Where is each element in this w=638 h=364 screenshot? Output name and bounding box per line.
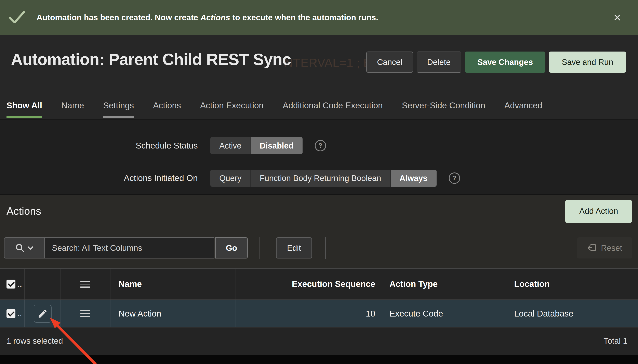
- tab-show-all[interactable]: Show All: [7, 91, 42, 119]
- actions-initiated-on-label: Actions Initiated On: [0, 173, 198, 183]
- column-header-location[interactable]: Location: [507, 269, 638, 300]
- page: Automation has been created. Now create …: [0, 0, 638, 364]
- separator: [259, 237, 260, 259]
- search-group: Go: [4, 238, 248, 258]
- search-input[interactable]: [45, 238, 214, 258]
- menu-column-header[interactable]: [60, 269, 110, 300]
- reset-label: Reset: [601, 243, 622, 252]
- cancel-button[interactable]: Cancel: [367, 52, 413, 73]
- header-buttons: Cancel Delete Save Changes Save and Run: [367, 52, 626, 73]
- help-icon[interactable]: ?: [449, 172, 460, 184]
- select-all-cell: ..: [0, 269, 24, 300]
- edit-row-button[interactable]: [34, 304, 51, 322]
- tab-actions[interactable]: Actions: [153, 91, 181, 119]
- tab-server-side-condition[interactable]: Server-Side Condition: [402, 91, 485, 119]
- delete-button[interactable]: Delete: [417, 52, 461, 73]
- schedule-status-row: Schedule Status Active Disabled ?: [0, 137, 638, 154]
- page-header: NTERVAL=1 ; BYH Automation: Parent Child…: [0, 35, 638, 91]
- settings-form: Schedule Status Active Disabled ? Action…: [0, 120, 638, 194]
- schedule-status-label: Schedule Status: [0, 141, 198, 150]
- search-options-button[interactable]: [4, 238, 45, 258]
- table-header-row: .. Name Execution Sequence Action Type L…: [0, 268, 638, 300]
- separator: [265, 237, 265, 259]
- tab-advanced[interactable]: Advanced: [504, 91, 542, 119]
- rows-selected-text: 1 rows selected: [7, 336, 63, 346]
- column-header-action-type[interactable]: Action Type: [382, 269, 507, 300]
- tab-action-execution[interactable]: Action Execution: [200, 91, 263, 119]
- table-row[interactable]: .. New Action 10 Execute Code Local Data…: [0, 300, 638, 328]
- row-menu-cell[interactable]: [60, 300, 110, 327]
- search-icon: [16, 244, 24, 252]
- tab-name[interactable]: Name: [61, 91, 84, 119]
- actions-heading: Actions: [7, 205, 41, 218]
- report-toolbar: Go Edit Reset: [0, 228, 638, 268]
- schedule-status-option-active[interactable]: Active: [210, 137, 251, 154]
- row-name-cell: New Action: [110, 300, 235, 327]
- schedule-status-option-disabled[interactable]: Disabled: [251, 137, 302, 154]
- pencil-icon: [37, 308, 48, 319]
- total-count-text: Total 1: [603, 336, 627, 346]
- column-header-execution-sequence[interactable]: Execution Sequence: [235, 269, 382, 300]
- help-icon[interactable]: ?: [315, 140, 326, 151]
- bottom-bar: [0, 355, 638, 364]
- edit-button[interactable]: Edit: [276, 238, 312, 258]
- actions-section-header: Actions Add Action: [0, 194, 638, 228]
- go-button[interactable]: Go: [215, 238, 248, 258]
- save-and-run-button[interactable]: Save and Run: [549, 52, 626, 73]
- row-edit-cell: [24, 300, 60, 327]
- banner-message-suffix: to execute when the automation runs.: [230, 13, 378, 22]
- save-changes-button[interactable]: Save Changes: [465, 52, 545, 73]
- actions-initiated-on-row: Actions Initiated On Query Function Body…: [0, 170, 638, 187]
- tab-bar: Show All Name Settings Actions Action Ex…: [0, 91, 638, 120]
- separator: [325, 237, 326, 259]
- row-location-cell: Local Database: [507, 300, 638, 327]
- success-banner: Automation has been created. Now create …: [0, 0, 638, 35]
- actions-initiated-on-toggle: Query Function Body Returning Boolean Al…: [210, 170, 436, 187]
- menu-icon: [80, 310, 90, 317]
- schedule-status-toggle: Active Disabled: [210, 137, 302, 154]
- actions-initiated-option-function-body[interactable]: Function Body Returning Boolean: [251, 170, 391, 187]
- banner-message: Automation has been created. Now create …: [37, 13, 378, 22]
- banner-message-prefix: Automation has been created. Now create: [37, 13, 200, 22]
- row-select-suffix: ..: [18, 309, 22, 318]
- actions-initiated-option-query[interactable]: Query: [210, 170, 251, 187]
- actions-initiated-option-always[interactable]: Always: [391, 170, 436, 187]
- row-select-cell: ..: [0, 300, 24, 327]
- tab-settings[interactable]: Settings: [103, 91, 134, 119]
- close-icon[interactable]: ×: [609, 10, 625, 25]
- reset-button[interactable]: Reset: [577, 238, 632, 258]
- banner-message-italic: Actions: [200, 13, 230, 22]
- column-header-name[interactable]: Name: [110, 269, 235, 300]
- add-action-button[interactable]: Add Action: [565, 200, 632, 222]
- menu-icon: [80, 280, 90, 288]
- select-all-checkbox[interactable]: [7, 280, 16, 288]
- row-action-type-cell: Execute Code: [382, 300, 507, 327]
- row-checkbox[interactable]: [7, 309, 16, 318]
- check-icon: [9, 10, 25, 24]
- page-title: Automation: Parent Child REST Sync: [11, 50, 291, 68]
- table-footer: 1 rows selected Total 1: [0, 328, 638, 355]
- reset-icon: [587, 244, 597, 252]
- select-all-suffix: ..: [18, 280, 22, 289]
- tab-additional-code-execution[interactable]: Additional Code Execution: [283, 91, 383, 119]
- chevron-down-icon: [28, 246, 33, 250]
- edit-column-header: [24, 269, 60, 300]
- row-execution-sequence-cell: 10: [235, 300, 382, 327]
